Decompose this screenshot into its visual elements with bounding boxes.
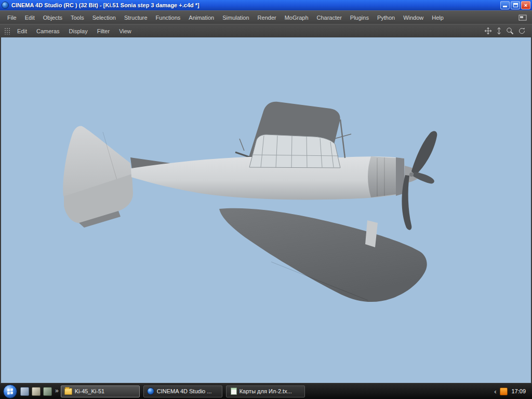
viewport-3d[interactable] xyxy=(0,37,532,383)
viewport-menubar: Edit Cameras Display Filter View xyxy=(0,24,532,37)
titlebar[interactable]: CINEMA 4D Studio (RC ) (32 Bit) - [Ki.51… xyxy=(0,0,532,10)
menu-python[interactable]: Python xyxy=(373,15,399,21)
propeller-blade-side xyxy=(413,172,434,183)
restore-button[interactable] xyxy=(511,1,520,9)
menu-selection[interactable]: Selection xyxy=(88,15,120,21)
restore-icon xyxy=(513,3,518,7)
menu-character[interactable]: Character xyxy=(313,15,346,21)
viewport-menu-edit[interactable]: Edit xyxy=(12,28,32,34)
quick-launch-overflow-chevron[interactable]: » xyxy=(54,387,61,395)
zoom-icon[interactable] xyxy=(506,27,514,35)
quick-launch-icon-1[interactable] xyxy=(20,387,29,396)
viewport-menu-filter[interactable]: Filter xyxy=(92,28,114,34)
antenna-mast-front xyxy=(240,139,244,151)
toolbar-grip-icon[interactable] xyxy=(4,28,10,35)
menu-render[interactable]: Render xyxy=(254,15,281,21)
system-tray: ‹ 17:09 xyxy=(494,388,530,395)
propeller-blade-up xyxy=(411,131,437,175)
menu-structure[interactable]: Structure xyxy=(120,15,152,21)
start-button[interactable] xyxy=(3,384,17,398)
windows-flag-icon xyxy=(7,388,13,394)
translate-icon[interactable] xyxy=(496,27,502,35)
tray-app-icon[interactable] xyxy=(500,388,508,395)
pan-icon[interactable] xyxy=(484,27,492,35)
menu-edit[interactable]: Edit xyxy=(21,15,39,21)
propeller-hub xyxy=(409,172,414,177)
menu-animation[interactable]: Animation xyxy=(184,15,218,21)
close-button[interactable]: × xyxy=(521,1,530,9)
viewport-menu-view[interactable]: View xyxy=(114,28,136,34)
taskbar-button-label: Ki-45_Ki-51 xyxy=(75,388,104,394)
menu-window[interactable]: Window xyxy=(399,15,428,21)
render-settings-icon[interactable] xyxy=(518,15,529,21)
app-icon xyxy=(2,2,9,9)
menu-file[interactable]: File xyxy=(3,15,21,21)
taskbar-button-folder[interactable]: Ki-45_Ki-51 xyxy=(61,385,140,397)
cinema4d-icon xyxy=(147,388,154,395)
near-wing xyxy=(219,208,427,302)
canopy xyxy=(249,135,340,168)
viewport-menu-display[interactable]: Display xyxy=(64,28,92,34)
menu-plugins[interactable]: Plugins xyxy=(346,15,373,21)
menu-simulation[interactable]: Simulation xyxy=(218,15,253,21)
minimize-icon xyxy=(503,6,507,7)
taskbar-button-label: Карты для Ил-2.tx... xyxy=(240,388,292,394)
taskbar-clock: 17:09 xyxy=(511,388,526,394)
menu-tools[interactable]: Tools xyxy=(66,15,88,21)
close-icon: × xyxy=(524,2,527,8)
aircraft-model xyxy=(1,37,531,383)
antenna-mast-rear xyxy=(340,119,345,158)
menu-mograph[interactable]: MoGraph xyxy=(281,15,313,21)
window-title: CINEMA 4D Studio (RC ) (32 Bit) - [Ki.51… xyxy=(11,2,499,8)
tray-collapse-arrow[interactable]: ‹ xyxy=(494,388,496,395)
menu-help[interactable]: Help xyxy=(428,15,448,21)
main-menubar: File Edit Objects Tools Selection Struct… xyxy=(0,10,532,24)
quick-launch xyxy=(20,387,52,396)
menu-functions[interactable]: Functions xyxy=(152,15,185,21)
viewport-menu-cameras[interactable]: Cameras xyxy=(32,28,64,34)
folder-icon xyxy=(64,388,72,395)
taskbar-button-cinema4d[interactable]: CINEMA 4D Studio ... xyxy=(143,385,222,397)
quick-launch-icon-2[interactable] xyxy=(32,387,41,396)
taskbar-button-textfile[interactable]: Карты для Ил-2.tx... xyxy=(226,385,305,397)
text-file-icon xyxy=(231,388,237,395)
quick-launch-icon-3[interactable] xyxy=(43,387,52,396)
rotate-view-icon[interactable] xyxy=(518,27,526,35)
menu-objects[interactable]: Objects xyxy=(39,15,66,21)
minimize-button[interactable] xyxy=(500,1,510,9)
taskbar-button-label: CINEMA 4D Studio ... xyxy=(157,388,212,394)
taskbar: » Ki-45_Ki-51 CINEMA 4D Studio ... Карты… xyxy=(0,383,532,399)
